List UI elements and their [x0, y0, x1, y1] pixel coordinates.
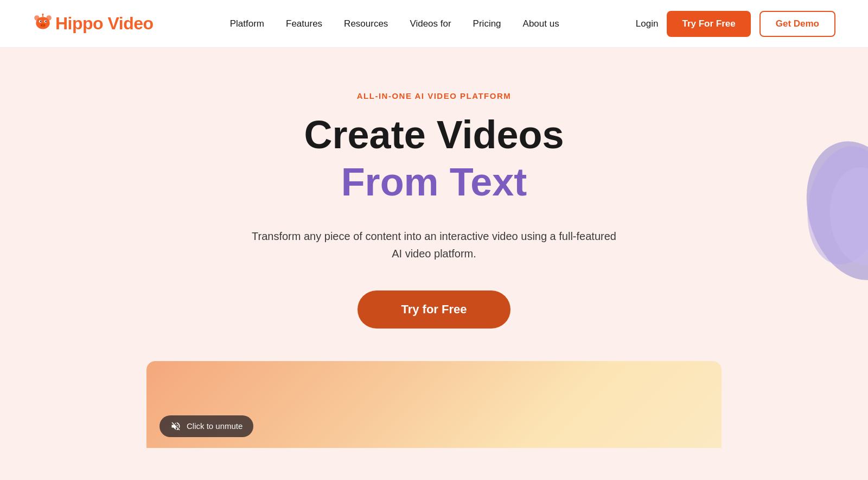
nav-item-videos-for[interactable]: Videos for [410, 18, 451, 29]
nav-item-features[interactable]: Features [286, 18, 322, 29]
logo-text: Hippo Video [55, 14, 154, 34]
svg-point-11 [42, 14, 43, 15]
unmute-button[interactable]: Click to unmute [159, 415, 253, 437]
hero-subtitle: Transform any piece of content into an i… [250, 228, 618, 262]
svg-point-5 [40, 21, 41, 22]
header-actions: Login Try For Free Get Demo [636, 11, 835, 37]
unmute-label: Click to unmute [187, 421, 242, 431]
nav-item-resources[interactable]: Resources [344, 18, 388, 29]
unmute-icon [170, 421, 181, 432]
hero-title-line1: Create Videos [304, 113, 564, 156]
login-button[interactable]: Login [636, 18, 659, 29]
hero-badge: ALL-IN-ONE AI VIDEO PLATFORM [357, 91, 511, 100]
svg-point-2 [36, 17, 49, 29]
video-preview: Click to unmute [146, 361, 722, 448]
logo[interactable]: Hippo Video [33, 14, 154, 34]
hero-cta-button[interactable]: Try for Free [358, 290, 510, 329]
get-demo-button[interactable]: Get Demo [760, 11, 835, 37]
svg-point-8 [41, 24, 42, 26]
svg-point-6 [45, 21, 46, 22]
try-for-free-button[interactable]: Try For Free [667, 11, 750, 37]
main-nav: Platform Features Resources Videos for P… [230, 18, 559, 29]
nav-item-pricing[interactable]: Pricing [473, 18, 501, 29]
nav-item-about-us[interactable]: About us [523, 18, 559, 29]
hero-title-line2: From Text [341, 159, 527, 205]
hippo-icon [33, 14, 53, 34]
header: Hippo Video Platform Features Resources … [0, 0, 868, 48]
blob-decoration [792, 135, 868, 287]
nav-item-platform[interactable]: Platform [230, 18, 264, 29]
hero-section: ALL-IN-ONE AI VIDEO PLATFORM Create Vide… [0, 48, 868, 480]
svg-point-9 [43, 24, 44, 26]
